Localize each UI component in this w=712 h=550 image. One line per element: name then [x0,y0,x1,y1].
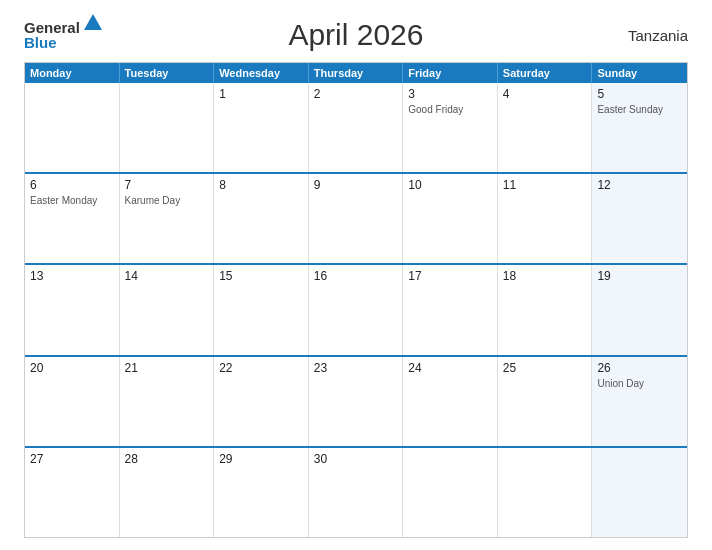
svg-marker-0 [84,14,102,30]
cal-cell: 5Easter Sunday [592,83,687,172]
day-number: 7 [125,178,209,192]
cal-header-friday: Friday [403,63,498,83]
day-number: 6 [30,178,114,192]
cal-cell: 6Easter Monday [25,174,120,263]
cal-cell: 19 [592,265,687,354]
cal-cell: 13 [25,265,120,354]
day-number: 17 [408,269,492,283]
day-number: 28 [125,452,209,466]
day-number: 1 [219,87,303,101]
cal-header-saturday: Saturday [498,63,593,83]
day-number: 22 [219,361,303,375]
cal-header-sunday: Sunday [592,63,687,83]
cal-cell: 8 [214,174,309,263]
day-number: 29 [219,452,303,466]
cal-cell [592,448,687,537]
day-number: 3 [408,87,492,101]
cal-cell [498,448,593,537]
cal-cell [403,448,498,537]
page: General Blue April 2026 Tanzania MondayT… [0,0,712,550]
logo: General Blue [24,20,104,50]
day-number: 23 [314,361,398,375]
cal-cell: 2 [309,83,404,172]
day-number: 12 [597,178,682,192]
day-number: 20 [30,361,114,375]
day-number: 18 [503,269,587,283]
logo-general: General [24,20,80,35]
cal-cell: 21 [120,357,215,446]
cal-cell: 20 [25,357,120,446]
logo-icon [82,12,104,34]
day-number: 4 [503,87,587,101]
cal-cell: 11 [498,174,593,263]
day-number: 16 [314,269,398,283]
cal-cell: 15 [214,265,309,354]
day-number: 30 [314,452,398,466]
country-label: Tanzania [608,27,688,44]
day-event: Easter Sunday [597,103,682,116]
day-number: 14 [125,269,209,283]
cal-cell: 12 [592,174,687,263]
day-number: 19 [597,269,682,283]
cal-header-tuesday: Tuesday [120,63,215,83]
cal-cell: 4 [498,83,593,172]
logo-blue: Blue [24,35,57,50]
cal-cell: 17 [403,265,498,354]
cal-week-1: 123Good Friday45Easter Sunday [25,83,687,172]
cal-header-monday: Monday [25,63,120,83]
cal-week-3: 13141516171819 [25,263,687,354]
day-number: 11 [503,178,587,192]
cal-cell: 22 [214,357,309,446]
day-number: 10 [408,178,492,192]
cal-cell: 28 [120,448,215,537]
day-number: 24 [408,361,492,375]
day-number: 26 [597,361,682,375]
day-number: 21 [125,361,209,375]
cal-cell: 3Good Friday [403,83,498,172]
cal-header-wednesday: Wednesday [214,63,309,83]
cal-cell: 30 [309,448,404,537]
cal-cell: 10 [403,174,498,263]
cal-cell: 25 [498,357,593,446]
cal-cell: 29 [214,448,309,537]
day-event: Karume Day [125,194,209,207]
day-number: 9 [314,178,398,192]
cal-cell: 18 [498,265,593,354]
cal-cell: 24 [403,357,498,446]
cal-cell: 27 [25,448,120,537]
cal-cell: 26Union Day [592,357,687,446]
cal-week-5: 27282930 [25,446,687,537]
cal-cell: 9 [309,174,404,263]
cal-cell: 1 [214,83,309,172]
cal-week-4: 20212223242526Union Day [25,355,687,446]
page-title: April 2026 [104,18,608,52]
header: General Blue April 2026 Tanzania [24,18,688,52]
day-number: 15 [219,269,303,283]
day-event: Easter Monday [30,194,114,207]
day-number: 8 [219,178,303,192]
calendar-body: 123Good Friday45Easter Sunday6Easter Mon… [25,83,687,537]
day-event: Good Friday [408,103,492,116]
day-number: 2 [314,87,398,101]
cal-cell: 7Karume Day [120,174,215,263]
day-number: 5 [597,87,682,101]
day-number: 27 [30,452,114,466]
day-number: 13 [30,269,114,283]
calendar-header: MondayTuesdayWednesdayThursdayFridaySatu… [25,63,687,83]
cal-header-thursday: Thursday [309,63,404,83]
day-number: 25 [503,361,587,375]
calendar: MondayTuesdayWednesdayThursdayFridaySatu… [24,62,688,538]
cal-cell: 14 [120,265,215,354]
day-event: Union Day [597,377,682,390]
cal-week-2: 6Easter Monday7Karume Day89101112 [25,172,687,263]
cal-cell [25,83,120,172]
cal-cell: 23 [309,357,404,446]
cal-cell: 16 [309,265,404,354]
cal-cell [120,83,215,172]
